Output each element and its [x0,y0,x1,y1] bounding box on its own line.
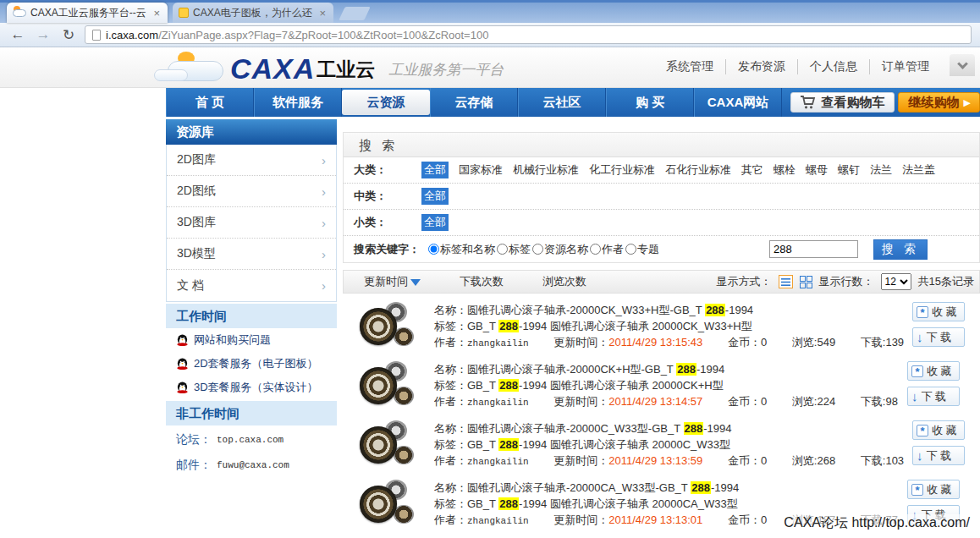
qq-contact-3d-service[interactable]: 3D套餐服务（实体设计） [166,376,337,399]
forum-url[interactable]: top.caxa.com [217,435,284,445]
category-option[interactable]: 螺母 [801,162,833,178]
cloud-favicon-icon [13,8,26,18]
link-system-admin[interactable]: 系统管理 [654,59,725,74]
nav-cloud-resource[interactable]: 云资源 [342,90,430,115]
grid-view-icon[interactable] [800,276,812,288]
new-tab-button[interactable] [339,7,370,20]
favorite-button[interactable]: *收 藏 [907,361,960,381]
close-icon[interactable]: × [151,7,162,19]
bearing-thumbnail[interactable] [360,302,416,348]
download-button[interactable]: ↓下 载 [907,387,960,406]
mail-address[interactable]: fuwu@caxa.com [217,460,289,470]
resource-name-link[interactable]: 圆锥孔调心滚子轴承-20000CA_W33型-GB_T 288-1994 [467,481,739,494]
close-icon[interactable]: × [317,7,328,19]
resource-name-link[interactable]: 圆锥孔调心滚子轴承-20000CK+H型-GB_T 288-1994 [467,363,724,376]
download-arrow-icon: ↓ [917,450,923,462]
category-option[interactable]: 化工行业标准 [584,162,660,178]
radio-tag-and-name[interactable] [428,244,439,255]
download-button[interactable]: ↓下 载 [912,446,965,465]
favorite-button[interactable]: *收 藏 [907,480,960,499]
link-order-admin[interactable]: 订单管理 [869,59,941,74]
sort-by-views[interactable]: 浏览次数 [542,274,586,289]
category-option[interactable]: 国家标准 [454,162,508,178]
favorite-button[interactable]: *收 藏 [912,420,965,440]
nav-buy[interactable]: 购 买 [606,88,694,117]
keyword-scope-radios: 标签和名称 标签 资源名称 作者 专题 [427,242,659,257]
view-cart-button[interactable]: 查看购物车 [790,92,895,113]
mid-category-option-all[interactable]: 全部 [421,188,449,205]
resource-name-link[interactable]: 圆锥孔调心滚子轴承-20000C_W33型-GB_T 288-1994 [467,422,731,435]
chevron-right-icon: › [322,216,326,230]
bearing-thumbnail[interactable] [360,420,416,466]
star-icon: * [917,306,928,318]
category-option[interactable]: 石化行业标准 [660,162,736,178]
download-button[interactable]: ↓下 载 [912,327,965,347]
address-bar[interactable]: i.caxa.com/ZiYuanPage.aspx?Flag=7&ZpRoot… [85,25,972,44]
download-arrow-icon: ↓ [911,391,918,403]
category-option[interactable]: 机械行业标准 [508,162,584,178]
nav-home[interactable]: 首 页 [166,88,254,117]
update-time: 2011/4/29 13:14:57 [608,395,702,408]
qq-contact-website[interactable]: 网站和购买问题 [166,328,337,352]
inbox-icon[interactable] [950,54,975,76]
favorite-button[interactable]: *收 藏 [912,302,965,321]
download-arrow-icon: ↓ [917,332,923,343]
sidebar-item-3d-models[interactable]: 3D模型› [167,239,336,270]
keyword-input[interactable] [769,240,858,258]
search-panel: 搜 索 大类： 全部 国家标准 机械行业标准 化工行业标准 石化行业标准 其它 … [343,132,980,263]
author[interactable]: zhangkailin [467,516,529,526]
logo-text: CAXA [230,52,315,85]
sidebar-item-documents[interactable]: 文 档› [167,270,336,301]
bearing-thumbnail[interactable] [360,361,416,407]
resource-name-link[interactable]: 圆锥孔调心滚子轴承-20000CK_W33+H型-GB_T 288-1994 [467,304,753,316]
highlight: 288 [498,320,519,332]
qq-penguin-icon [176,334,189,347]
radio-resource-name[interactable] [532,244,543,255]
sidebar-item-3d-library[interactable]: 3D图库› [167,207,336,239]
link-publish-resource[interactable]: 发布资源 [725,59,797,74]
category-option[interactable]: 螺栓 [768,162,801,178]
category-label: 大类： [354,162,398,178]
radio-topic[interactable] [625,244,636,255]
forward-icon[interactable]: → [34,26,52,43]
category-option[interactable]: 螺钉 [833,162,865,178]
nav-caxa-site[interactable]: CAXA网站 [694,88,782,117]
nav-cloud-community[interactable]: 云社区 [518,88,606,117]
qq-penguin-icon [176,382,189,394]
category-option[interactable]: 法兰 [865,162,897,178]
bearing-thumbnail[interactable] [360,480,416,525]
rows-per-page-select[interactable]: 12 [881,273,911,290]
cart-icon [800,96,817,109]
sort-by-update-time[interactable]: 更新时间 [364,274,421,289]
author[interactable]: zhangkailin [467,457,529,467]
search-button[interactable]: 搜 索 [873,239,928,260]
sidebar-item-2d-drawings[interactable]: 2D图纸› [167,176,336,207]
continue-shopping-button[interactable]: 继续购物 ▶ [898,92,980,113]
refresh-icon[interactable]: ↻ [59,26,78,44]
keyword-label: 搜索关键字： [354,242,427,257]
category-option-all[interactable]: 全部 [421,162,449,178]
browser-tab-caxa-cad[interactable]: CAXA电子图板，为什么还 × [173,3,333,23]
author[interactable]: zhangkailin [467,398,529,408]
small-category-option-all[interactable]: 全部 [421,214,449,231]
category-option[interactable]: 法兰盖 [897,162,940,178]
sort-by-downloads[interactable]: 下载次数 [460,274,504,289]
radio-author[interactable] [590,244,601,255]
back-icon[interactable]: ← [8,26,27,43]
author[interactable]: zhangkailin [467,338,529,349]
list-view-icon[interactable] [779,275,793,288]
link-personal-info[interactable]: 个人信息 [797,59,869,74]
content-area: 搜 索 大类： 全部 国家标准 机械行业标准 化工行业标准 石化行业标准 其它 … [343,132,980,538]
caxa-logo[interactable]: CAXA 工业云 工业服务第一平台 [166,51,504,85]
nav-software-service[interactable]: 软件服务 [254,88,342,117]
sidebar-item-2d-library[interactable]: 2D图库› [167,145,336,176]
radio-tag[interactable] [497,244,508,255]
nav-cloud-storage[interactable]: 云存储 [430,88,518,117]
qq-contact-2d-service[interactable]: 2D套餐服务（电子图板） [166,352,337,376]
cloud-logo-icon [166,51,228,85]
browser-tab-caxa-cloud[interactable]: CAXA工业云服务平台--云 × [7,3,168,23]
main-nav: 首 页 软件服务 云资源 云存储 云社区 购 买 CAXA网站 查看购物车 继续… [166,88,980,117]
category-option[interactable]: 其它 [736,162,768,178]
off-hours-title: 非工作时间 [166,401,337,425]
search-panel-title: 搜 索 [344,133,979,157]
